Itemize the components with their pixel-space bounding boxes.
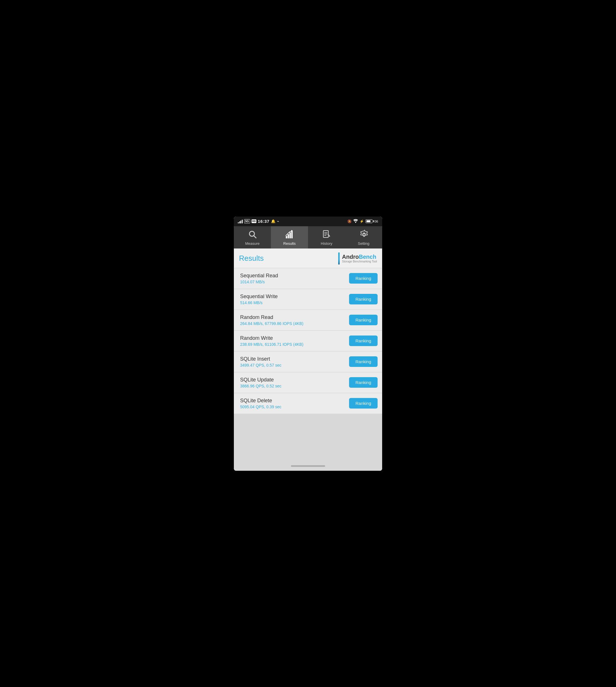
ranking-button-sequential-write[interactable]: Ranking xyxy=(349,294,378,304)
brand-text: AndroBench Storage Benchmarking Tool xyxy=(342,254,377,263)
ranking-button-random-read[interactable]: Ranking xyxy=(349,315,378,325)
result-value-sqlite-insert: 3499.47 QPS, 0.57 sec xyxy=(240,363,349,367)
tab-results-label: Results xyxy=(283,241,295,245)
tab-setting[interactable]: Setting xyxy=(345,226,382,249)
result-info-sequential-write: Sequential Write 514.66 MB/s xyxy=(240,294,349,305)
result-value-sequential-read: 1014.07 MB/s xyxy=(240,280,349,284)
results-icon xyxy=(285,230,294,240)
tab-results[interactable]: Results xyxy=(271,226,308,249)
result-row-sequential-write: Sequential Write 514.66 MB/s Ranking xyxy=(234,289,382,309)
lightning-icon: ⚡ xyxy=(360,219,364,223)
battery-level: 36 xyxy=(375,220,378,223)
result-name-sqlite-delete: SQLite Delete xyxy=(240,398,349,404)
signal-bars-icon xyxy=(238,219,243,223)
svg-point-13 xyxy=(363,233,365,235)
5g-badge: 5G xyxy=(244,219,250,223)
phone-frame: 5G HD 16:37 🔔 ⌁ 🔕 ⚡ 36 xyxy=(234,217,382,471)
svg-rect-5 xyxy=(289,232,291,238)
nav-tabs: Measure Results xyxy=(234,226,382,249)
svg-rect-6 xyxy=(291,231,292,238)
brand-logo: AndroBench Storage Benchmarking Tool xyxy=(338,253,377,264)
brand-subtitle: Storage Benchmarking Tool xyxy=(342,260,377,263)
results-header: Results AndroBench Storage Benchmarking … xyxy=(234,249,382,268)
tab-history-label: History xyxy=(321,241,332,245)
wifi-icon xyxy=(353,219,358,224)
tab-history[interactable]: History xyxy=(308,226,345,249)
result-info-random-read: Random Read 264.84 MB/s, 67799.86 IOPS (… xyxy=(240,315,349,326)
tab-measure[interactable]: Measure xyxy=(234,226,271,249)
result-info-sequential-read: Sequential Read 1014.07 MB/s xyxy=(240,273,349,284)
scroll-indicator xyxy=(291,465,325,467)
result-value-sqlite-delete: 5095.04 QPS, 0.39 sec xyxy=(240,405,349,409)
ranking-button-sequential-read[interactable]: Ranking xyxy=(349,273,378,284)
svg-point-7 xyxy=(291,230,292,231)
result-row-random-read: Random Read 264.84 MB/s, 67799.86 IOPS (… xyxy=(234,309,382,330)
ranking-button-sqlite-delete[interactable]: Ranking xyxy=(349,398,378,409)
hd-badge: HD xyxy=(251,219,256,223)
brand-name-part1: Andro xyxy=(342,254,359,260)
usb-icon: ⌁ xyxy=(277,219,279,223)
result-name-sqlite-insert: SQLite Insert xyxy=(240,356,349,362)
result-row-sequential-read: Sequential Read 1014.07 MB/s Ranking xyxy=(234,268,382,289)
brand-name: AndroBench xyxy=(342,254,377,260)
ranking-button-sqlite-insert[interactable]: Ranking xyxy=(349,356,378,367)
result-value-random-write: 238.69 MB/s, 61106.71 IOPS (4KB) xyxy=(240,342,349,347)
result-row-random-write: Random Write 238.69 MB/s, 61106.71 IOPS … xyxy=(234,330,382,351)
result-name-sequential-read: Sequential Read xyxy=(240,273,349,279)
result-info-random-write: Random Write 238.69 MB/s, 61106.71 IOPS … xyxy=(240,335,349,347)
tab-setting-label: Setting xyxy=(358,241,369,245)
result-name-sqlite-update: SQLite Update xyxy=(240,377,349,383)
results-list: Sequential Read 1014.07 MB/s Ranking Seq… xyxy=(234,268,382,414)
result-name-random-write: Random Write xyxy=(240,335,349,341)
result-info-sqlite-update: SQLite Update 3866.96 QPS, 0.52 sec xyxy=(240,377,349,388)
setting-icon xyxy=(359,230,368,240)
result-value-sqlite-update: 3866.96 QPS, 0.52 sec xyxy=(240,384,349,388)
result-value-random-read: 264.84 MB/s, 67799.86 IOPS (4KB) xyxy=(240,321,349,326)
alarm-icon: 🔔 xyxy=(271,219,276,223)
result-name-random-read: Random Read xyxy=(240,315,349,320)
svg-point-0 xyxy=(355,222,356,223)
result-name-sequential-write: Sequential Write xyxy=(240,294,349,300)
result-value-sequential-write: 514.66 MB/s xyxy=(240,300,349,305)
brand-name-part2: Bench xyxy=(359,254,376,260)
result-row-sqlite-update: SQLite Update 3866.96 QPS, 0.52 sec Rank… xyxy=(234,372,382,393)
status-right: 🔕 ⚡ 36 xyxy=(347,219,378,224)
history-icon xyxy=(322,230,331,240)
svg-rect-4 xyxy=(288,234,289,238)
bottom-area xyxy=(234,414,382,471)
page-title: Results xyxy=(239,254,264,263)
svg-line-2 xyxy=(254,235,256,238)
measure-icon xyxy=(248,230,257,240)
status-left: 5G HD 16:37 🔔 ⌁ xyxy=(238,219,279,224)
status-bar: 5G HD 16:37 🔔 ⌁ 🔕 ⚡ 36 xyxy=(234,217,382,226)
status-time: 16:37 xyxy=(258,219,269,224)
battery-indicator: 36 xyxy=(366,219,378,223)
ranking-button-sqlite-update[interactable]: Ranking xyxy=(349,377,378,388)
result-row-sqlite-delete: SQLite Delete 5095.04 QPS, 0.39 sec Rank… xyxy=(234,393,382,414)
mute-icon: 🔕 xyxy=(347,219,352,223)
brand-bar-decoration xyxy=(338,253,340,264)
result-row-sqlite-insert: SQLite Insert 3499.47 QPS, 0.57 sec Rank… xyxy=(234,351,382,372)
ranking-button-random-write[interactable]: Ranking xyxy=(349,336,378,346)
svg-rect-3 xyxy=(286,236,287,238)
tab-measure-label: Measure xyxy=(245,241,260,245)
result-info-sqlite-delete: SQLite Delete 5095.04 QPS, 0.39 sec xyxy=(240,398,349,409)
result-info-sqlite-insert: SQLite Insert 3499.47 QPS, 0.57 sec xyxy=(240,356,349,367)
